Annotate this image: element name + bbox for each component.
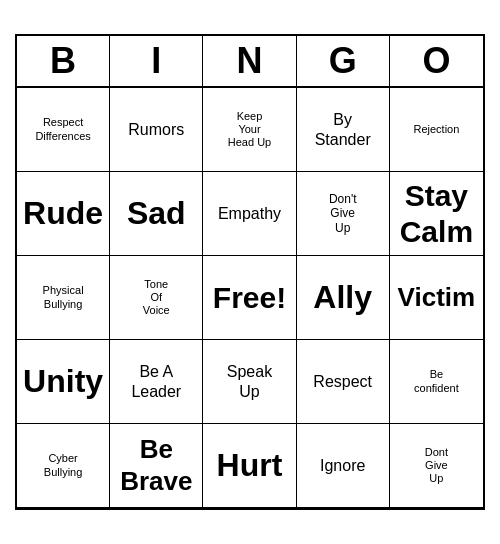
cell-text: Beconfident xyxy=(414,368,459,394)
cell-text: Empathy xyxy=(218,204,281,223)
cell-text: Rumors xyxy=(128,120,184,139)
bingo-cell: Victim xyxy=(390,256,483,340)
bingo-cell: PhysicalBullying xyxy=(17,256,110,340)
cell-text: Don'tGiveUp xyxy=(329,192,357,235)
header-letter: G xyxy=(297,36,390,86)
bingo-cell: Ignore xyxy=(297,424,390,508)
cell-text: ByStander xyxy=(315,110,371,148)
bingo-cell: RespectDifferences xyxy=(17,88,110,172)
cell-text: Ignore xyxy=(320,456,365,475)
bingo-card: BINGO RespectDifferencesRumorsKeepYourHe… xyxy=(15,34,485,510)
bingo-cell: Sad xyxy=(110,172,203,256)
header-letter: I xyxy=(110,36,203,86)
bingo-cell: Be ALeader xyxy=(110,340,203,424)
bingo-header: BINGO xyxy=(17,36,483,88)
cell-text: CyberBullying xyxy=(44,452,83,478)
cell-text: RespectDifferences xyxy=(35,116,90,142)
bingo-cell: SpeakUp xyxy=(203,340,296,424)
cell-text: ToneOfVoice xyxy=(143,278,170,318)
bingo-cell: Don'tGiveUp xyxy=(297,172,390,256)
header-letter: O xyxy=(390,36,483,86)
cell-text: Unity xyxy=(23,362,103,400)
cell-text: Rejection xyxy=(413,123,459,136)
bingo-cell: Beconfident xyxy=(390,340,483,424)
bingo-cell: Rejection xyxy=(390,88,483,172)
cell-text: Be ALeader xyxy=(131,362,181,400)
bingo-cell: ToneOfVoice xyxy=(110,256,203,340)
cell-text: PhysicalBullying xyxy=(43,284,84,310)
bingo-cell: CyberBullying xyxy=(17,424,110,508)
bingo-cell: Ally xyxy=(297,256,390,340)
cell-text: Ally xyxy=(313,278,372,316)
cell-text: KeepYourHead Up xyxy=(228,110,271,150)
bingo-cell: Empathy xyxy=(203,172,296,256)
header-letter: B xyxy=(17,36,110,86)
cell-text: DontGiveUp xyxy=(425,446,448,486)
cell-text: Hurt xyxy=(217,446,283,484)
bingo-cell: Rude xyxy=(17,172,110,256)
cell-text: SpeakUp xyxy=(227,362,272,400)
cell-text: Sad xyxy=(127,194,186,232)
bingo-cell: Respect xyxy=(297,340,390,424)
bingo-cell: Rumors xyxy=(110,88,203,172)
bingo-grid: RespectDifferencesRumorsKeepYourHead UpB… xyxy=(17,88,483,508)
bingo-cell: Free! xyxy=(203,256,296,340)
header-letter: N xyxy=(203,36,296,86)
bingo-cell: KeepYourHead Up xyxy=(203,88,296,172)
bingo-cell: ByStander xyxy=(297,88,390,172)
cell-text: Rude xyxy=(23,194,103,232)
bingo-cell: BeBrave xyxy=(110,424,203,508)
bingo-cell: DontGiveUp xyxy=(390,424,483,508)
bingo-cell: StayCalm xyxy=(390,172,483,256)
cell-text: BeBrave xyxy=(120,434,192,496)
cell-text: StayCalm xyxy=(400,178,473,250)
bingo-cell: Unity xyxy=(17,340,110,424)
cell-text: Respect xyxy=(313,372,372,391)
cell-text: Free! xyxy=(213,280,286,316)
bingo-cell: Hurt xyxy=(203,424,296,508)
cell-text: Victim xyxy=(398,282,476,313)
